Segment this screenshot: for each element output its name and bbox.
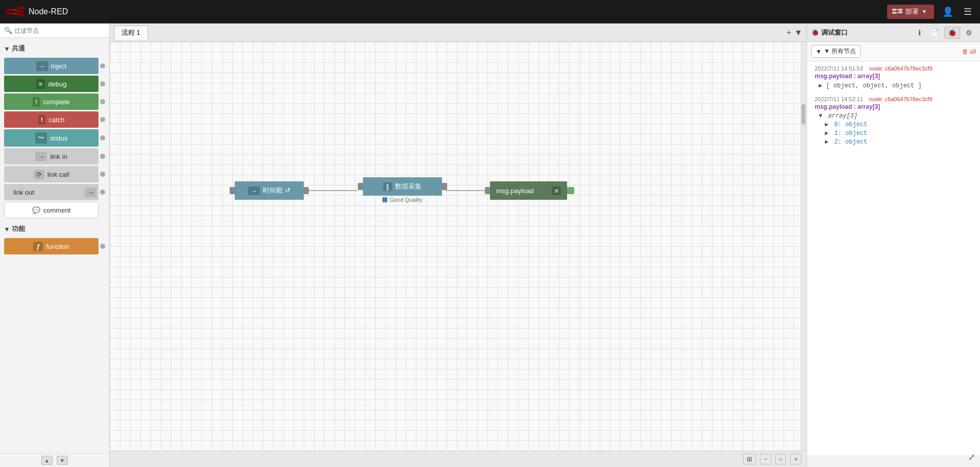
function-icon: ƒ — [33, 242, 43, 251]
svg-rect-0 — [7, 9, 14, 11]
node-item-comment[interactable]: 💬 comment — [4, 202, 105, 218]
sidebar-filter-bar[interactable]: 🔍 — [0, 24, 109, 38]
linkout-port — [100, 190, 105, 195]
panel-doc-button[interactable]: 📄 — [926, 27, 942, 39]
linkin-label: link in — [50, 153, 67, 160]
canvas-vertical-scrollbar[interactable] — [800, 42, 806, 451]
topbar: Node-RED 部署 ▼ 👤 ☰ — [0, 0, 980, 24]
node-item-complete[interactable]: ! complete — [4, 94, 105, 110]
canvas-zoom-out-button[interactable]: − — [760, 454, 771, 464]
node-item-linkcall[interactable]: ⟳ link call — [4, 166, 105, 182]
sidebar: 🔍 ▾ 共通 → inject ≡ debug — [0, 24, 110, 467]
canvas-vscroll-thumb[interactable] — [801, 104, 805, 125]
node-item-function[interactable]: ƒ function — [4, 238, 105, 254]
node-item-linkin[interactable]: → link in — [4, 148, 105, 165]
tree-line-root[interactable]: ▼ array[3] — [815, 112, 976, 120]
linkin-port — [100, 154, 105, 159]
filter-icon: ▼ — [816, 48, 822, 55]
debug-entry-1: 2022/7/11 14:52:11 node: c6a0647b78ec3cf… — [811, 96, 976, 146]
data-node-icon: ∥ — [383, 182, 392, 191]
section-common-header[interactable]: ▾ 共通 — [0, 42, 109, 56]
linkout-label: link out — [9, 189, 82, 196]
tree-key-2: 2: object — [834, 138, 867, 146]
flow-node-payload[interactable]: msg.payload ≡ — [485, 181, 574, 200]
flow-node-time[interactable]: → 时间戳 ↺ — [230, 181, 309, 200]
tree-line-2[interactable]: ▶ 2: object — [815, 137, 976, 146]
debug-port — [100, 81, 105, 86]
canvas-bottom-toolbar: ⊞ − ○ + — [110, 451, 806, 467]
tree-line-1[interactable]: ▶ 1: object — [815, 129, 976, 137]
svg-rect-8 — [892, 12, 896, 14]
status-icon: 〜 — [35, 132, 47, 144]
tree-expand-icon-2: ▶ — [825, 138, 828, 146]
user-icon[interactable]: 👤 — [940, 4, 955, 19]
node-item-status[interactable]: 〜 status — [4, 129, 105, 147]
tree-expand-icon-root: ▼ — [819, 112, 822, 120]
panel-settings-button[interactable]: ⚙ — [962, 27, 976, 39]
tree-line-0[interactable]: ▶ 0: object — [815, 120, 976, 129]
add-flow-button[interactable]: + — [787, 28, 791, 37]
svg-rect-7 — [892, 9, 896, 11]
svg-rect-6 — [17, 14, 24, 16]
canvas-map-button[interactable]: ⊞ — [743, 454, 756, 464]
debug-entry-0-payload-label[interactable]: msg.payload : array[3] — [815, 73, 976, 80]
clear-all-button[interactable]: 🗑 all — [962, 48, 976, 55]
scroll-down-button[interactable]: ▼ — [57, 456, 68, 465]
tree-root-value: array[3] — [828, 112, 857, 120]
data-node-label: 数据采集 — [395, 182, 422, 191]
time-left-port — [230, 187, 235, 194]
debug-entry-1-node[interactable]: node: c6a0647b78ec3cf9 — [869, 96, 933, 102]
canvas-zoom-in-button[interactable]: + — [790, 454, 801, 464]
data-node-body: ∥ 数据采集 — [363, 177, 442, 196]
hamburger-menu-icon[interactable]: ☰ — [962, 4, 974, 19]
debug-entry-0-content-line[interactable]: ▶ [ object, object, object ] — [815, 81, 976, 90]
canvas-grid[interactable]: → 时间戳 ↺ ∥ 数据采集 — [110, 42, 806, 451]
topbar-right: 部署 ▼ 👤 ☰ — [887, 4, 974, 19]
debug-toolbar: ▼ ▼ 所有节点 🗑 all — [807, 42, 980, 61]
node-item-linkout[interactable]: link out → — [4, 184, 105, 200]
svg-rect-4 — [17, 7, 24, 9]
right-panel-footer: ⤢ — [807, 455, 980, 467]
debug-entry-0: 2022/7/11 14:51:53 node: c6a0647b78ec3cf… — [811, 65, 976, 90]
debug-entry-1-payload-label[interactable]: msg.payload : array[3] — [815, 103, 976, 110]
trash-icon: 🗑 — [962, 48, 968, 55]
scroll-up-button[interactable]: ▲ — [41, 456, 53, 465]
deploy-button[interactable]: 部署 ▼ — [887, 5, 934, 19]
clear-all-label: all — [970, 48, 976, 55]
node-item-catch[interactable]: ! catch — [4, 111, 105, 128]
debug-panel-title: 🐞 调试窗口 — [811, 28, 848, 37]
svg-rect-5 — [17, 10, 24, 13]
canvas-wrapper[interactable]: → 时间戳 ↺ ∥ 数据采集 — [110, 42, 806, 451]
filter-input[interactable] — [14, 27, 105, 34]
debug-entry-1-timestamp: 2022/7/11 14:52:11 — [815, 96, 863, 102]
flow-node-data[interactable]: ∥ 数据采集 Good Quality — [358, 177, 447, 204]
linkout-icon: → — [85, 188, 96, 197]
canvas-zoom-reset-button[interactable]: ○ — [775, 454, 787, 464]
node-item-debug[interactable]: ≡ debug — [4, 76, 105, 92]
debug-entry-0-content: ▶ [ object, object, object ] — [815, 81, 976, 90]
expand-panel-button[interactable]: ⤢ — [968, 452, 975, 462]
tab-flow1[interactable]: 流程 1 — [114, 26, 148, 40]
tree-key-1: 1: object — [834, 130, 867, 137]
data-sublabel: Good Quality — [376, 196, 428, 204]
complete-label: complete — [43, 98, 70, 106]
debug-entry-0-value: [ object, object, object ] — [826, 82, 921, 89]
sidebar-scroll-buttons: ▲ ▼ — [0, 453, 109, 467]
complete-icon: ! — [33, 97, 40, 107]
panel-debug-button[interactable]: 🐞 — [944, 27, 960, 39]
data-right-port — [442, 183, 447, 190]
svg-rect-11 — [898, 9, 902, 11]
section-function-header[interactable]: ▾ 功能 — [0, 222, 109, 237]
debug-entry-1-meta: 2022/7/11 14:52:11 node: c6a0647b78ec3cf… — [815, 96, 976, 102]
debug-entry-0-node[interactable]: node: c6a0647b78ec3cf9 — [869, 65, 933, 72]
flow-menu-button[interactable]: ▼ — [794, 28, 802, 37]
node-item-inject[interactable]: → inject — [4, 58, 105, 74]
catch-label: catch — [48, 116, 64, 124]
time-right-port — [304, 187, 309, 194]
debug-icon: ≡ — [36, 79, 45, 89]
data-left-port — [358, 183, 363, 190]
panel-info-button[interactable]: ℹ — [915, 27, 924, 39]
function-port — [100, 244, 105, 249]
debug-filter-button[interactable]: ▼ ▼ 所有节点 — [811, 45, 861, 58]
right-panel-header: 🐞 调试窗口 ℹ 📄 🐞 ⚙ — [807, 24, 980, 42]
